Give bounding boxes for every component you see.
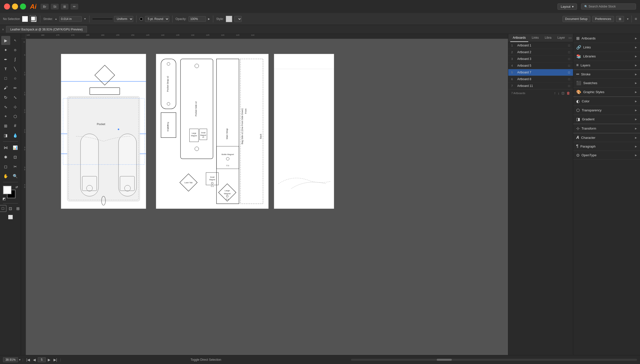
lasso-tool[interactable]: ⌾ [11,46,20,54]
foreground-color-swatch[interactable] [3,186,12,194]
opacity-input[interactable] [188,16,206,22]
selection-tool[interactable]: ▶ [1,36,10,45]
panel-section-color[interactable]: ◐ Color ▶ [573,97,640,106]
stroke-up-arrow[interactable]: ▲ [55,18,57,20]
round-cap-select[interactable]: 5 pt. Round [145,16,169,22]
perspective-grid-tool[interactable]: ⊞ [1,121,10,130]
pencil-tool[interactable]: ✏ [11,84,20,92]
zoom-tool[interactable]: 🔍 [11,172,20,180]
menu-icon[interactable]: ≡ [635,17,637,21]
artboard-num-input[interactable] [38,357,46,362]
warp-tool[interactable]: ∿ [1,102,10,111]
panel-expand-button[interactable]: >> [568,36,572,40]
column-graph-tool[interactable]: 📊 [11,143,20,152]
zoom-arrow[interactable]: ▾ [19,358,21,362]
stroke-outline[interactable] [30,16,36,21]
canvas-area[interactable]: 185 180 175 170 165 160 155 150 145 140 … [21,34,508,355]
duplicate-artboard-button[interactable]: ⊡ [561,91,564,95]
style-select[interactable] [234,16,242,22]
panel-section-transparency[interactable]: ⬡ Transparency ▶ [573,106,640,115]
shape-builder-tool[interactable]: ⌖ [1,112,10,121]
last-artboard-button[interactable]: ▶| [53,357,58,362]
stroke-type-select[interactable]: Uniform [114,16,133,22]
symbol-sprayer-tool[interactable]: ✱ [1,152,10,162]
panel-section-transform[interactable]: ⊹ Transform ▶ [573,124,640,133]
layout-button[interactable]: Layout ▾ [557,4,577,10]
eraser-tool[interactable]: ◻ [1,162,10,171]
artboard-row-2[interactable]: 2 Artboard 2 □ [508,49,573,56]
magic-wand-tool[interactable]: ✦ [1,46,10,54]
gradient-tool[interactable]: ◨ [1,131,10,140]
paintbrush-tool[interactable]: 🖌 [1,84,10,92]
artboard-row-1[interactable]: 1 Artboard 1 □ [508,42,573,49]
pen-tool[interactable]: ✒ [1,55,10,64]
document-setup-button[interactable]: Document Setup [562,16,590,22]
panel-section-stroke[interactable]: ═ Stroke ▶ [573,70,640,79]
draw-inside-button[interactable]: ⊡ [7,205,14,212]
bridge-app[interactable]: Br [41,4,49,10]
opacity-arrow[interactable]: ▶ [208,18,210,20]
eyedropper-tool[interactable]: 💧 [11,131,20,140]
stroke-input[interactable] [59,16,82,22]
live-paint-tool[interactable]: ⬡ [11,112,20,121]
panel-section-character[interactable]: A Character ▶ [573,133,640,142]
direct-selection-tool[interactable]: ↖ [11,36,20,45]
panel-section-libraries[interactable]: 📚 Libraries ▶ [573,52,640,61]
tab-links[interactable]: Links [529,34,541,42]
tab-close-button[interactable]: × [2,28,4,32]
arrange-button[interactable]: ⊞ [616,16,624,22]
panel-section-artboards[interactable]: ⊞ Artboards ▶ [573,34,640,43]
artboard-row-3[interactable]: 3 Artboard 3 □ [508,56,573,62]
rect-tool[interactable]: □ [1,74,10,83]
move-down-button[interactable]: ↓ [558,91,559,95]
panel-section-links[interactable]: 🔗 Links ▶ [573,43,640,52]
horizontal-scrollbar[interactable] [351,359,637,361]
document-tab[interactable]: Leather Backpack.ai @ 38.91% (CMYK/GPU P… [6,26,87,33]
line-tool[interactable]: ╲ [11,64,20,74]
first-artboard-button[interactable]: |◀ [25,357,31,362]
curvature-tool[interactable]: ∫ [11,55,20,64]
screen-mode-button[interactable]: ⬜ [6,212,15,222]
stock-app[interactable]: St [51,4,59,10]
scale-tool[interactable]: ⤡ [11,93,20,102]
canvas-content[interactable]: Pocket [26,39,508,355]
hand-tool[interactable]: ✋ [1,172,10,180]
tab-artboards[interactable]: Artboards [510,34,528,42]
normal-mode-button[interactable]: □ [0,205,7,212]
fill-swatch[interactable] [22,16,28,22]
artboard-row-7[interactable]: 7 Artboard 11 □ [508,83,573,90]
scrollbar-thumb[interactable] [437,359,452,361]
panel-section-layers[interactable]: ≡ Layers ▶ [573,61,640,70]
swap-colors-button[interactable]: ⇄ [16,185,18,189]
stock-search[interactable]: 🔍 Search Adobe Stock [581,4,636,10]
panel-section-opentype[interactable]: ⊙ OpenType ▶ [573,151,640,160]
prev-artboard-button[interactable]: ◀ [32,357,37,362]
free-transform-tool[interactable]: ⊹ [11,102,20,111]
default-colors-button[interactable]: ◩ [3,197,6,201]
move-up-button[interactable]: ↑ [554,91,556,95]
artboard-row-5[interactable]: 5 Artboard 7 □ [508,69,573,76]
mesh-tool[interactable]: # [11,121,20,130]
style-swatch[interactable] [226,16,232,22]
minimize-button[interactable] [12,4,18,10]
tab-libra[interactable]: Libra [542,34,554,42]
scissors-tool[interactable]: ✂ [11,162,20,171]
draw-behind-button[interactable]: ⊞ [15,205,22,212]
blend-tool[interactable]: ⋈ [1,143,10,152]
next-artboard-button[interactable]: ▶ [47,357,52,362]
panel-section-graphic-styles[interactable]: 🎨 Graphic Styles ▶ [573,88,640,96]
more-options[interactable]: ▾ [627,17,628,21]
pen-app[interactable]: ✏ [71,4,78,10]
artboard-row-4[interactable]: 4 Artboard 5 □ [508,62,573,69]
close-button[interactable] [4,4,10,10]
type-tool[interactable]: T [1,64,10,74]
ellipse-tool[interactable]: ○ [11,74,20,83]
rotate-tool[interactable]: ↻ [1,93,10,102]
artboard-row-6[interactable]: 6 Artboard 8 □ [508,76,573,83]
fullscreen-button[interactable] [20,4,26,10]
panel-section-paragraph[interactable]: ¶ Paragraph ▶ [573,142,640,151]
panel-section-gradient[interactable]: ◨ Gradient ▶ [573,115,640,124]
delete-artboard-button[interactable]: 🗑 [566,91,570,95]
grid-app[interactable]: ⊞ [61,4,69,10]
stroke-down-arrow[interactable]: ▼ [84,18,86,20]
